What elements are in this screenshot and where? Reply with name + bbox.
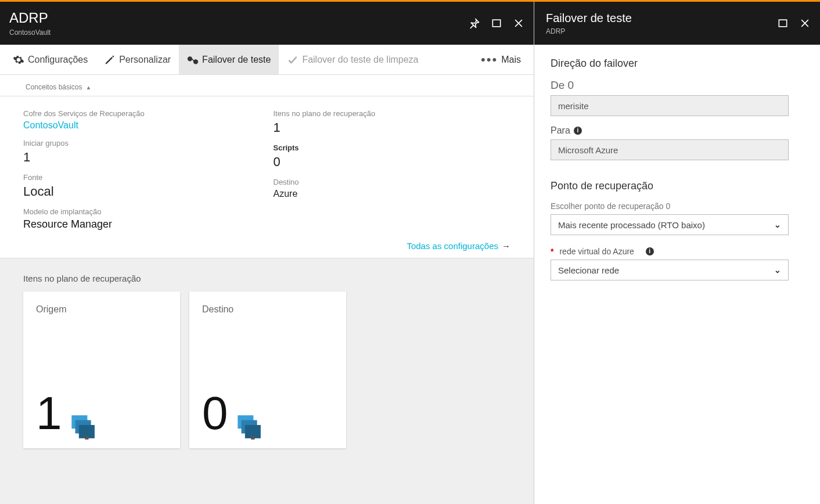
checkmark-icon	[287, 54, 298, 66]
to-label: Para i	[551, 125, 804, 136]
customize-button[interactable]: Personalizar	[96, 45, 179, 74]
chevron-down-icon: ⌄	[774, 220, 781, 229]
deployment-model-value: Resource Manager	[23, 218, 274, 231]
essentials-toggle[interactable]: Conceitos básicos ▲	[0, 75, 534, 96]
close-icon[interactable]	[513, 17, 524, 29]
vault-link[interactable]: ContosoVault	[23, 120, 274, 131]
more-label: Mais	[501, 55, 521, 65]
maximize-icon[interactable]	[777, 17, 789, 29]
required-asterisk: *	[551, 247, 553, 256]
main-blade-header: ADRP ContosoVault	[0, 2, 534, 45]
customize-label: Personalizar	[119, 55, 171, 65]
servers-icon	[233, 402, 262, 431]
vnet-placeholder: Selecionar rede	[558, 265, 619, 275]
from-label: De 0	[551, 79, 804, 92]
tiles-section: Itens no plano de recuperação Origem 1 D…	[0, 258, 534, 504]
settings-button[interactable]: Configurações	[5, 45, 96, 74]
items-label: Itens no plano de recuperação	[274, 109, 524, 118]
tile-target[interactable]: Destino 0	[189, 291, 346, 448]
main-blade: ADRP ContosoVault Configuraçõ	[0, 2, 534, 504]
tiles-section-title: Itens no plano de recuperação	[23, 258, 510, 291]
info-icon[interactable]: i	[646, 247, 654, 255]
test-failover-blade: Failover de teste ADRP Direção do failov…	[534, 2, 820, 504]
choose-rp-label: Escolher ponto de recuperação 0	[551, 201, 804, 211]
tile-source[interactable]: Origem 1	[23, 291, 180, 448]
from-value: merisite	[558, 101, 589, 111]
svg-rect-8	[251, 436, 254, 440]
blade-subtitle: ContosoVault	[9, 28, 51, 37]
arrow-right-icon: →	[502, 241, 510, 251]
start-groups-label: Iniciar grupos	[23, 139, 274, 147]
target-value: Azure	[274, 189, 524, 199]
items-value: 1	[274, 120, 524, 135]
right-blade-subtitle: ADRP	[546, 27, 632, 35]
svg-rect-9	[779, 20, 786, 27]
start-groups-value: 1	[23, 150, 274, 165]
tile-target-count: 0	[202, 390, 228, 437]
tile-target-title: Destino	[202, 304, 333, 315]
settings-label: Configurações	[28, 55, 88, 65]
servers-icon	[67, 402, 96, 431]
scripts-label: Scripts	[274, 143, 524, 152]
right-blade-body: Direção do failover De 0 merisite Para i…	[534, 45, 820, 303]
to-label-text: Para	[551, 125, 570, 136]
svg-rect-4	[85, 436, 88, 440]
to-field: Microsoft Azure	[551, 139, 789, 160]
blade-title: ADRP	[9, 10, 51, 26]
info-icon[interactable]: i	[574, 127, 582, 135]
right-blade-header: Failover de teste ADRP	[534, 2, 820, 45]
vnet-label: rede virtual do Azure	[559, 247, 634, 256]
gear-icon	[13, 54, 24, 66]
all-settings-link[interactable]: Todas as configurações →	[407, 241, 510, 251]
deployment-model-label: Modelo de implantação	[23, 207, 274, 216]
vnet-select[interactable]: Selecionar rede ⌄	[551, 260, 789, 280]
chevron-down-icon: ⌄	[774, 265, 781, 275]
from-field: merisite	[551, 95, 789, 116]
test-failover-button[interactable]: Failover de teste	[179, 45, 279, 74]
all-settings-label: Todas as configurações	[407, 241, 498, 251]
pin-icon[interactable]	[469, 17, 480, 29]
to-value: Microsoft Azure	[558, 145, 618, 155]
more-button[interactable]: ••• Mais	[473, 53, 529, 66]
essentials-panel: Cofre dos Serviços de Recuperação Contos…	[0, 96, 534, 231]
right-blade-title: Failover de teste	[546, 12, 632, 25]
vnet-label-row: * rede virtual do Azure i	[551, 247, 804, 256]
failover-icon	[187, 54, 199, 66]
recovery-point-select[interactable]: Mais recente processado (RTO baixo) ⌄	[551, 214, 789, 235]
recovery-point-heading: Ponto de recuperação	[551, 180, 804, 192]
cleanup-label: Failover do teste de limpeza	[302, 55, 418, 65]
pencil-icon	[104, 54, 116, 66]
recovery-point-value: Mais recente processado (RTO baixo)	[558, 220, 705, 230]
vault-label: Cofre dos Serviços de Recuperação	[23, 109, 274, 118]
ellipsis-icon: •••	[481, 53, 498, 66]
direction-heading: Direção do failover	[551, 57, 804, 70]
source-label: Fonte	[23, 173, 274, 182]
svg-rect-0	[492, 20, 500, 27]
source-value: Local	[23, 184, 274, 199]
test-failover-label: Failover de teste	[202, 55, 271, 65]
chevron-up-icon: ▲	[85, 84, 91, 91]
tile-source-count: 1	[36, 390, 62, 437]
scripts-value: 0	[274, 154, 524, 170]
cleanup-test-failover-button[interactable]: Failover do teste de limpeza	[279, 45, 426, 74]
tile-source-title: Origem	[36, 304, 167, 315]
target-label: Destino	[274, 178, 524, 186]
maximize-icon[interactable]	[491, 17, 502, 29]
close-icon[interactable]	[799, 17, 811, 29]
essentials-label: Conceitos básicos	[26, 83, 82, 91]
command-bar: Configurações Personalizar Failover de t…	[0, 45, 534, 75]
all-settings-row: Todas as configurações →	[0, 231, 534, 258]
